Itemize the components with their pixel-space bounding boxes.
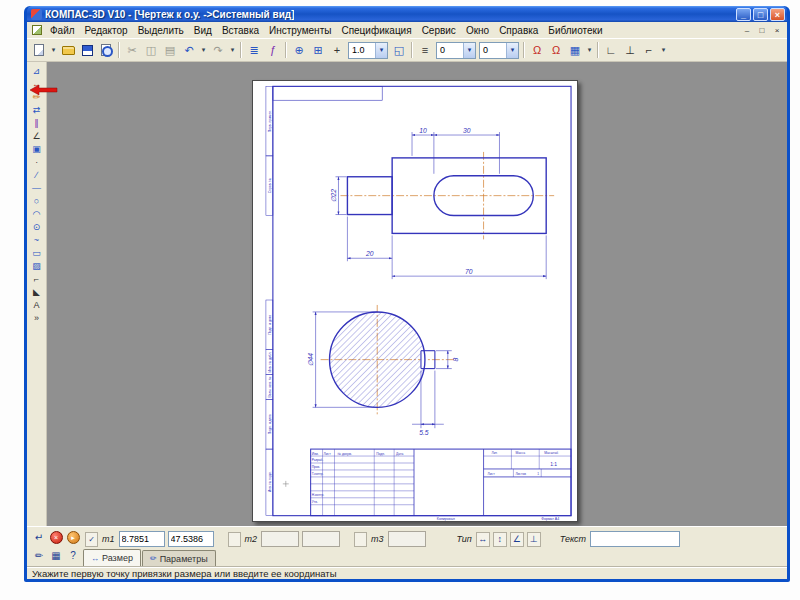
- curve-tool-button[interactable]: ~: [28, 234, 45, 246]
- menu-insert[interactable]: Вставка: [217, 24, 264, 37]
- menu-file[interactable]: Файл: [45, 24, 80, 37]
- menu-specification[interactable]: Спецификация: [336, 24, 416, 37]
- grid-button[interactable]: ▦: [566, 41, 584, 59]
- maximize-button[interactable]: □: [753, 8, 768, 21]
- text-tool-button[interactable]: A: [28, 299, 45, 311]
- layer-combo[interactable]: 0 ▾: [436, 42, 476, 59]
- mdi-minimize-button[interactable]: –: [741, 25, 753, 36]
- property-tabs: ↔ Размер ✏ Параметры: [83, 549, 216, 566]
- tb-mass: Масса: [515, 451, 525, 455]
- tab-dimension[interactable]: ↔ Размер: [83, 549, 141, 566]
- copy-button[interactable]: ◫: [142, 41, 160, 59]
- selection-tool-button[interactable]: ▣: [28, 143, 45, 155]
- point1-x-input[interactable]: [119, 531, 165, 547]
- undo-dropdown[interactable]: ▾: [199, 41, 208, 59]
- point2-y-input[interactable]: [302, 531, 340, 547]
- zoom-window-button[interactable]: ⊞: [309, 41, 327, 59]
- fillet-tool-button[interactable]: ⌐: [28, 273, 45, 285]
- grid-dropdown[interactable]: ▾: [585, 41, 594, 59]
- view-value: 0: [480, 45, 506, 55]
- view-combo[interactable]: 0 ▾: [479, 42, 519, 59]
- save-button[interactable]: [78, 41, 96, 59]
- mdi-close-button[interactable]: ×: [771, 25, 783, 36]
- paste-button[interactable]: ▤: [161, 41, 179, 59]
- toolbar-separator: [118, 42, 120, 58]
- help-button[interactable]: ?: [65, 547, 81, 564]
- undo-button[interactable]: ↶: [180, 41, 198, 59]
- zoom-combo-arrow[interactable]: ▾: [375, 43, 387, 58]
- layer-combo-arrow[interactable]: ▾: [463, 43, 475, 58]
- open-button[interactable]: [59, 41, 77, 59]
- point1-fix-toggle[interactable]: ✓: [85, 532, 98, 547]
- geometry-tool-button[interactable]: ⊿: [28, 65, 45, 77]
- editing-tool-button[interactable]: ⇄: [28, 104, 45, 116]
- point1-y-input[interactable]: [168, 531, 214, 547]
- dim-type-vertical-button[interactable]: ↕: [493, 532, 507, 547]
- circle-tool-button[interactable]: ○: [28, 195, 45, 207]
- dim-type-angle-button[interactable]: ∠: [510, 532, 524, 547]
- snap-button[interactable]: Ω: [528, 41, 546, 59]
- cut-button[interactable]: ✂: [123, 41, 141, 59]
- chamfer-tool-button[interactable]: ◣: [28, 286, 45, 298]
- menu-tools[interactable]: Инструменты: [264, 24, 336, 37]
- parameters-tab-label: Параметры: [160, 554, 208, 564]
- document-manager-button[interactable]: ≣: [245, 41, 263, 59]
- minimize-button[interactable]: _: [736, 8, 751, 21]
- sketch-button[interactable]: ✏: [31, 547, 47, 564]
- measure-tool-button[interactable]: ∠: [28, 130, 45, 142]
- new-document-dropdown[interactable]: ▾: [49, 41, 58, 59]
- zoom-fit-button[interactable]: ◱: [390, 41, 408, 59]
- redo-dropdown[interactable]: ▾: [228, 41, 237, 59]
- snap-settings-button[interactable]: Ω: [547, 41, 565, 59]
- ellipse-tool-button[interactable]: ⊙: [28, 221, 45, 233]
- corner-button[interactable]: ⌐: [640, 41, 658, 59]
- parametrization-tool-button[interactable]: ∥: [28, 117, 45, 129]
- new-document-button[interactable]: [30, 41, 48, 59]
- view-combo-arrow[interactable]: ▾: [506, 43, 518, 58]
- tb-lit: Лит.: [492, 451, 498, 455]
- menu-edit[interactable]: Редактор: [80, 24, 133, 37]
- tb-col-podp: Подп.: [376, 452, 385, 456]
- close-button[interactable]: ×: [770, 8, 785, 21]
- menu-help[interactable]: Справка: [494, 24, 543, 37]
- more-tools-button[interactable]: »: [28, 312, 45, 324]
- helper-line-tool-button[interactable]: ∕: [28, 169, 45, 181]
- menu-libraries[interactable]: Библиотеки: [543, 24, 607, 37]
- autocreate-toggle[interactable]: ▸: [65, 529, 81, 546]
- segment-tool-button[interactable]: —: [28, 182, 45, 194]
- menu-service[interactable]: Сервис: [417, 24, 461, 37]
- menu-select[interactable]: Выделить: [133, 24, 189, 37]
- create-object-button[interactable]: ↵: [31, 529, 47, 546]
- local-cs-button[interactable]: ∟: [602, 41, 620, 59]
- rectangle-tool-button[interactable]: ▭: [28, 247, 45, 259]
- print-preview-button[interactable]: [97, 41, 115, 59]
- grid-toggle-button[interactable]: ▦: [48, 547, 64, 564]
- point2-x-input[interactable]: [261, 531, 299, 547]
- zoom-in-button[interactable]: ⊕: [290, 41, 308, 59]
- variables-button[interactable]: ƒ: [264, 41, 282, 59]
- dimension-text-label: Текст: [560, 534, 586, 544]
- drawing-canvas[interactable]: Перв. примен. Справ. № Подп. и дата Инв.…: [47, 62, 787, 526]
- toolbar-more-dropdown[interactable]: ▾: [659, 41, 668, 59]
- dim-type-perpendicular-button[interactable]: ⊥: [527, 532, 541, 547]
- point-tool-button[interactable]: ∙: [28, 156, 45, 168]
- dimension-text-input[interactable]: [590, 531, 680, 547]
- stop-command-button[interactable]: ×: [48, 529, 64, 546]
- point3-x-input[interactable]: [388, 531, 426, 547]
- property-panel-buttons: ↵ × ▸ ✏ ▦ ?: [31, 529, 81, 564]
- pan-button[interactable]: +: [328, 41, 346, 59]
- point2-fix-toggle[interactable]: [228, 532, 241, 547]
- menu-window[interactable]: Окно: [461, 24, 494, 37]
- point3-fix-toggle[interactable]: [354, 532, 367, 547]
- layers-button[interactable]: ≡: [416, 41, 434, 59]
- menu-view[interactable]: Вид: [189, 24, 217, 37]
- hatch-tool-button[interactable]: ▨: [28, 260, 45, 272]
- ortho-button[interactable]: ⊥: [621, 41, 639, 59]
- dim-type-parallel-button[interactable]: ↔: [476, 532, 490, 547]
- zoom-combo[interactable]: 1.0 ▾: [348, 42, 388, 59]
- drawing-sheet: Перв. примен. Справ. № Подп. и дата Инв.…: [252, 80, 578, 522]
- redo-button[interactable]: ↷: [209, 41, 227, 59]
- tab-parameters[interactable]: ✏ Параметры: [142, 550, 216, 566]
- mdi-restore-button[interactable]: □: [756, 25, 768, 36]
- arc-tool-button[interactable]: ◠: [28, 208, 45, 220]
